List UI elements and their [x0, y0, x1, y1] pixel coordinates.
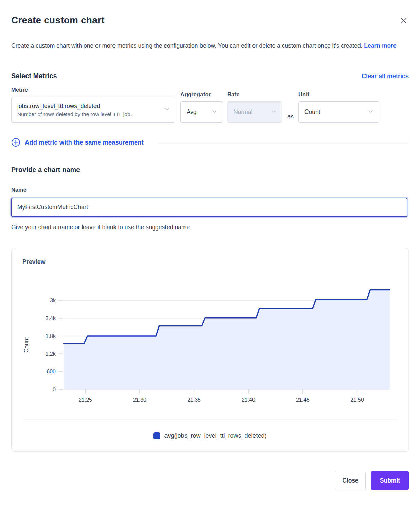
- svg-text:1.2k: 1.2k: [46, 351, 56, 357]
- name-label: Name: [11, 187, 409, 193]
- legend-label: avg(jobs_row_level_ttl_rows_deleted): [164, 432, 266, 439]
- rate-select-value: Normal: [233, 108, 268, 116]
- metric-label: Metric: [11, 87, 175, 93]
- dialog-header: Create custom chart: [11, 15, 409, 27]
- legend-swatch: [153, 432, 160, 439]
- metric-select[interactable]: jobs.row_level_ttl.rows_deleted Number o…: [11, 97, 175, 123]
- chevron-down-icon: [270, 108, 277, 116]
- chart-legend: avg(jobs_row_level_ttl_rows_deleted): [22, 429, 398, 442]
- chevron-down-icon: [163, 106, 170, 114]
- clear-all-metrics-link[interactable]: Clear all metrics: [362, 73, 409, 80]
- divider: [22, 421, 398, 421]
- unit-select[interactable]: Count: [298, 101, 379, 123]
- dialog-description: Create a custom chart with one or more m…: [11, 39, 402, 52]
- submit-button[interactable]: Submit: [371, 471, 409, 490]
- svg-text:2.4k: 2.4k: [46, 315, 56, 321]
- chart-name-heading: Provide a chart name: [11, 166, 409, 174]
- close-button[interactable]: Close: [335, 471, 366, 490]
- step-area-chart: 06001.2k1.8k2.4k3k21:2521:3021:3521:4021…: [22, 277, 398, 408]
- name-helper-text: Give your chart a name or leave it blank…: [11, 224, 409, 231]
- rate-select: Normal: [227, 101, 282, 123]
- preview-card: Preview 06001.2k1.8k2.4k3k21:2521:3021:3…: [11, 248, 409, 452]
- unit-label: Unit: [298, 91, 379, 98]
- svg-text:1.8k: 1.8k: [46, 333, 56, 339]
- chevron-down-icon: [211, 108, 218, 116]
- preview-chart: 06001.2k1.8k2.4k3k21:2521:3021:3521:4021…: [22, 277, 398, 409]
- rate-label: Rate: [227, 91, 282, 98]
- svg-text:21:45: 21:45: [296, 397, 310, 403]
- description-text: Create a custom chart with one or more m…: [11, 42, 362, 49]
- svg-text:21:30: 21:30: [133, 397, 146, 403]
- preview-heading: Preview: [22, 258, 398, 266]
- svg-text:21:25: 21:25: [78, 397, 92, 403]
- x-icon: [400, 17, 407, 24]
- add-metric-row: Add metric with the same measurement: [11, 138, 409, 147]
- add-metric-label: Add metric with the same measurement: [25, 139, 144, 146]
- rate-column: Rate Normal: [223, 91, 282, 123]
- dialog-footer: Close Submit: [11, 471, 409, 490]
- svg-text:Count: Count: [23, 337, 29, 352]
- learn-more-link[interactable]: Learn more: [364, 42, 396, 49]
- metric-config-row: Metric jobs.row_level_ttl.rows_deleted N…: [11, 87, 409, 123]
- metric-column: Metric jobs.row_level_ttl.rows_deleted N…: [11, 87, 175, 123]
- divider: [157, 142, 409, 142]
- close-icon[interactable]: [399, 16, 409, 27]
- chart-name-input[interactable]: [11, 198, 407, 217]
- svg-text:0: 0: [53, 387, 56, 392]
- plus-circle-icon: [11, 138, 20, 147]
- svg-text:21:50: 21:50: [350, 397, 364, 403]
- unit-select-value: Count: [304, 108, 365, 116]
- page-title: Create custom chart: [11, 15, 105, 26]
- unit-column: Unit Count: [298, 91, 379, 123]
- svg-text:3k: 3k: [50, 298, 56, 303]
- aggregator-column: Aggregator Avg: [175, 91, 223, 123]
- metric-select-value: jobs.row_level_ttl.rows_deleted: [17, 103, 160, 110]
- as-label: as: [287, 113, 294, 120]
- aggregator-select[interactable]: Avg: [180, 101, 223, 123]
- svg-text:21:35: 21:35: [187, 397, 201, 403]
- aggregator-select-value: Avg: [187, 108, 209, 116]
- select-metrics-header: Select Metrics Clear all metrics: [11, 72, 409, 80]
- select-metrics-heading: Select Metrics: [11, 72, 57, 80]
- create-custom-chart-dialog: Create custom chart Create a custom char…: [0, 0, 420, 501]
- svg-text:21:40: 21:40: [242, 397, 255, 403]
- svg-text:600: 600: [47, 369, 56, 374]
- chevron-down-icon: [367, 108, 374, 116]
- aggregator-label: Aggregator: [180, 91, 223, 98]
- metric-select-description: Number of rows deleted by the row level …: [17, 111, 160, 117]
- add-metric-button[interactable]: Add metric with the same measurement: [11, 138, 144, 147]
